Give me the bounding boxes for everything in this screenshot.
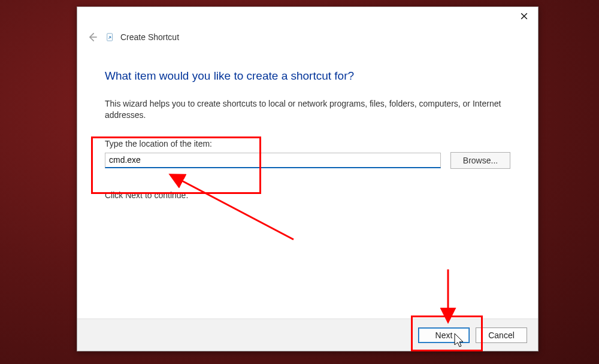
close-button[interactable] bbox=[510, 7, 538, 25]
wizard-help-text: This wizard helps you to create shortcut… bbox=[105, 98, 510, 121]
wizard-content: What item would you like to create a sho… bbox=[105, 69, 510, 313]
desktop-background: Create Shortcut What item would you like… bbox=[0, 0, 599, 364]
svg-rect-3 bbox=[107, 34, 113, 41]
cancel-button[interactable]: Cancel bbox=[476, 327, 527, 343]
wizard-heading: What item would you like to create a sho… bbox=[105, 69, 510, 83]
back-arrow-icon bbox=[87, 31, 99, 43]
shortcut-icon bbox=[106, 33, 114, 41]
dialog-footer: Next Cancel bbox=[77, 318, 538, 351]
location-input[interactable] bbox=[105, 153, 441, 168]
create-shortcut-dialog: Create Shortcut What item would you like… bbox=[77, 7, 539, 351]
back-button[interactable] bbox=[86, 30, 100, 44]
titlebar: Create Shortcut bbox=[86, 30, 179, 44]
location-label: Type the location of the item: bbox=[105, 139, 510, 148]
continue-instruction: Click Next to continue. bbox=[105, 190, 510, 200]
location-field-row: Browse... bbox=[105, 152, 510, 169]
window-title: Create Shortcut bbox=[120, 32, 179, 42]
close-icon bbox=[521, 13, 528, 20]
next-button[interactable]: Next bbox=[418, 327, 470, 343]
browse-button[interactable]: Browse... bbox=[450, 152, 510, 169]
